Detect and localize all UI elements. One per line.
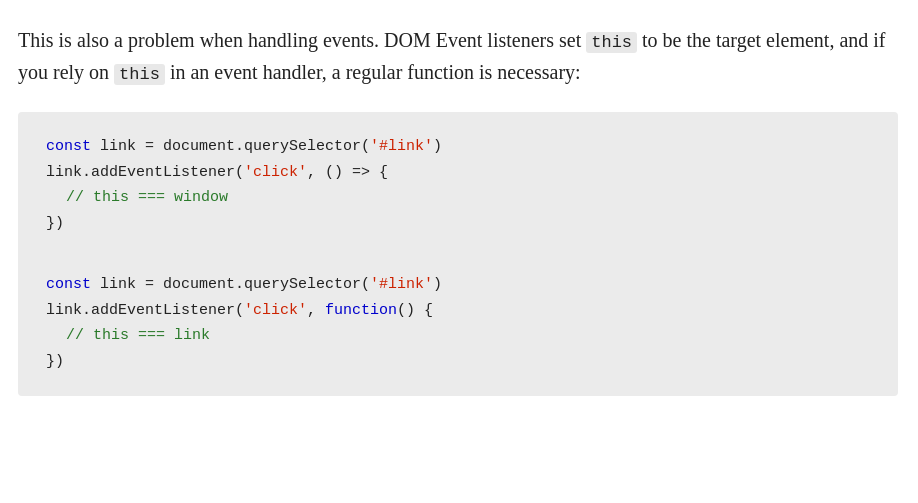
code-text: link.addEventListener( — [46, 164, 244, 181]
code-text: link = document.querySelector( — [91, 276, 370, 293]
code-text: }) — [46, 215, 64, 232]
inline-code-this-1: this — [586, 32, 637, 53]
string-click-2: 'click' — [244, 302, 307, 319]
keyword-function: function — [325, 302, 397, 319]
comment-link: // this === link — [66, 327, 210, 344]
string-click-1: 'click' — [244, 164, 307, 181]
code-block: const link = document.querySelector('#li… — [18, 112, 898, 396]
inline-code-this-2: this — [114, 64, 165, 85]
text-intro: This is also a problem when handling eve… — [18, 29, 586, 51]
code-line-4: }) — [46, 211, 870, 237]
code-text: }) — [46, 353, 64, 370]
intro-paragraph: This is also a problem when handling eve… — [18, 24, 898, 88]
string-link-1: '#link' — [370, 138, 433, 155]
comment-window: // this === window — [66, 189, 228, 206]
code-line-7: // this === link — [66, 323, 870, 349]
code-section-function: const link = document.querySelector('#li… — [46, 272, 870, 374]
code-text: ) — [433, 138, 442, 155]
keyword-const-1: const — [46, 138, 91, 155]
code-text: ) — [433, 276, 442, 293]
code-spacer — [46, 254, 870, 272]
code-line-2: link.addEventListener('click', () => { — [46, 160, 870, 186]
code-text: link = document.querySelector( — [91, 138, 370, 155]
keyword-const-2: const — [46, 276, 91, 293]
code-section-arrow: const link = document.querySelector('#li… — [46, 134, 870, 236]
code-text: , () => { — [307, 164, 388, 181]
code-line-8: }) — [46, 349, 870, 375]
string-link-2: '#link' — [370, 276, 433, 293]
code-text: , — [307, 302, 325, 319]
prose-container: This is also a problem when handling eve… — [18, 24, 898, 396]
text-mid-2: in an event handler, a regular function … — [165, 61, 581, 83]
code-text: link.addEventListener( — [46, 302, 244, 319]
code-text: () { — [397, 302, 433, 319]
code-line-5: const link = document.querySelector('#li… — [46, 272, 870, 298]
code-line-6: link.addEventListener('click', function(… — [46, 298, 870, 324]
code-line-1: const link = document.querySelector('#li… — [46, 134, 870, 160]
code-line-3: // this === window — [66, 185, 870, 211]
